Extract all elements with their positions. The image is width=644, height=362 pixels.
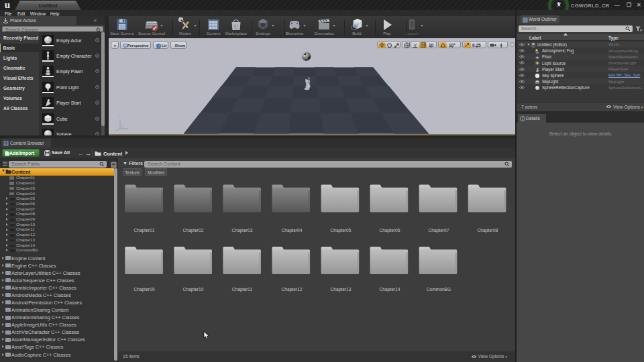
svg-text:Z: Z [118,114,120,118]
svg-text:x: x [121,124,123,128]
